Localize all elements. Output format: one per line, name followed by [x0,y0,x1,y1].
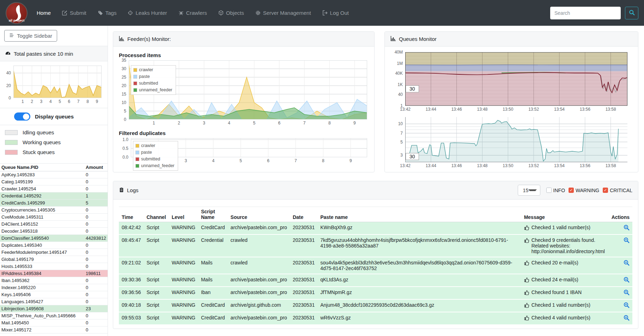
nav-item-objects[interactable]: Objects [218,10,244,16]
nav-item-crawlers[interactable]: Crawlers [178,10,207,16]
chart-value-badge: 30 [406,153,419,160]
logs-header-time: Time [119,207,144,222]
queue-name: DomClassifier.1495540 [0,235,84,242]
x-tick-label: 13:56 [577,163,593,168]
queue-amount: 0 [84,291,108,298]
x-tick-label: 5 [233,158,249,163]
legend-swatch [5,130,18,135]
display-queues-toggle[interactable] [14,112,30,121]
y-tick-label: 40 [388,92,403,97]
critical-checkbox[interactable]: ✓ [603,188,608,193]
nav-item-label: Home [37,10,51,16]
x-tick-label: 8 [315,158,331,163]
search-plus-icon[interactable] [624,226,630,232]
page-size-select[interactable]: 15 [518,185,540,196]
log-actions [609,234,632,257]
y-tick-label: 40 [2,71,11,75]
log-level: WARNING [169,234,198,257]
warning-checkbox[interactable]: ✓ [569,188,574,193]
legend-label: Working queues [23,139,61,145]
queue-row: Mail.14954500 [0,319,108,326]
logs-header-source: Source [228,207,290,222]
x-tick-label: 13:58 [603,163,619,168]
x-tick-label: 13:46 [449,107,464,112]
queue-name: MISP_Thehive_Auto_Push.1495666 [0,312,84,319]
queue-name: CreditCards.1495299 [0,200,84,207]
crosshairs-icon [128,10,133,16]
legend-swatch [133,68,137,72]
legend-label: paste [139,73,150,80]
log-channel: Script [144,287,169,299]
chart-bar-icon [119,36,124,42]
filter-critical[interactable]: ✓CRITICAL [603,188,632,193]
log-channel: Script [144,257,169,274]
search-plus-icon[interactable] [624,261,630,267]
search-plus-icon[interactable] [624,239,630,244]
queue-amount: 0 [84,298,108,305]
nav-item-leaks-hunter[interactable]: Leaks Hunter [128,10,167,16]
y-tick-label: 20 [2,83,11,88]
log-script: CreditCard [198,222,228,235]
x-tick-label: 13:42 [397,107,413,112]
nav-item-submit[interactable]: Submit [62,10,86,16]
y-tick-label: 20 [119,83,126,88]
nav-item-home[interactable]: Home [37,10,51,16]
legend-label: crawler [141,142,155,149]
info-checkbox[interactable] [546,188,552,193]
queue-row: Crawler.14952540 [0,185,108,193]
search-plus-icon[interactable] [624,278,630,284]
search-plus-icon[interactable] [624,304,630,309]
log-message-text: Checked 9 credentials found. Related web… [531,237,606,254]
nav-item-server-management[interactable]: Server Management [255,10,311,16]
filter-info[interactable]: INFO [546,188,565,193]
legend-swatch [133,75,137,79]
x-tick-label: 13:56 [577,107,593,112]
queue-name: Indexer.1495220 [0,284,84,291]
filter-warning[interactable]: ✓WARNING [569,188,599,193]
log-message: Checked 20 e-mail(s) [521,257,609,274]
queue-name: Decoder.1495318 [0,228,84,235]
queues-size-chart: 40M1M40K1K40113:4213:4413:4613:4813:5013… [388,52,627,113]
queue-amount: 0 [84,284,108,291]
log-source: archive/gist.github.com [228,299,290,312]
log-date: 20230531 [290,312,317,325]
thumbs-up-icon [524,277,529,283]
search-plus-icon[interactable] [624,316,630,322]
ail-logo[interactable]: ail project [6,2,28,24]
queue-amount: 0 [84,263,108,270]
queue-amount: 0 [84,178,108,185]
nav-item-tags[interactable]: Tags [98,10,117,16]
x-tick-label: 7 [288,158,303,163]
filter-label: CRITICAL [610,188,632,193]
x-tick-label: 13:52 [526,107,541,112]
queue-table-header-name: Queue Name.PID [0,164,84,171]
toggle-sidebar-button[interactable]: Toggle Sidebar [4,30,57,42]
queue-row: D4Client.14951520 [0,221,108,228]
nav-item-log-out[interactable]: Log Out [322,10,349,16]
queue-amount: 0 [84,214,108,221]
log-channel: Script [144,312,169,325]
log-level: WARNING [169,257,198,274]
x-tick-label: 8 [322,121,337,126]
queue-row: Categ.14951990 [0,178,108,185]
queue-amount: 1 [84,193,108,200]
queue-name: Mixer.1495172 [0,326,84,334]
x-tick-label: 3 [178,158,194,163]
filtered-duplicates-chart: 0.00.51.023456789crawlerpastesubmittedun… [119,138,367,164]
search-input[interactable] [550,7,621,19]
legend-swatch [135,144,139,148]
search-plus-icon[interactable] [624,291,630,297]
log-time: 09:21:02 [119,257,144,274]
main-nav: HomeSubmitTagsLeaks HunterCrawlersObject… [37,10,360,16]
log-time: 08:42:42 [119,222,144,235]
legend-label: unnamed_feeder [139,87,172,93]
log-script: Iban [198,287,228,299]
queue-name: Keys.1495406 [0,291,84,298]
queues-monitor-title: Queues Monitor [399,36,437,42]
feeder-monitor-header: Feeder(s) Monitor: [113,32,374,47]
queue-table-header-amount: Amount [84,164,108,171]
legend-swatch [133,88,137,92]
queue-name: Categ.1495199 [0,178,84,185]
thumbs-up-icon [524,260,529,267]
search-button[interactable] [625,7,638,19]
